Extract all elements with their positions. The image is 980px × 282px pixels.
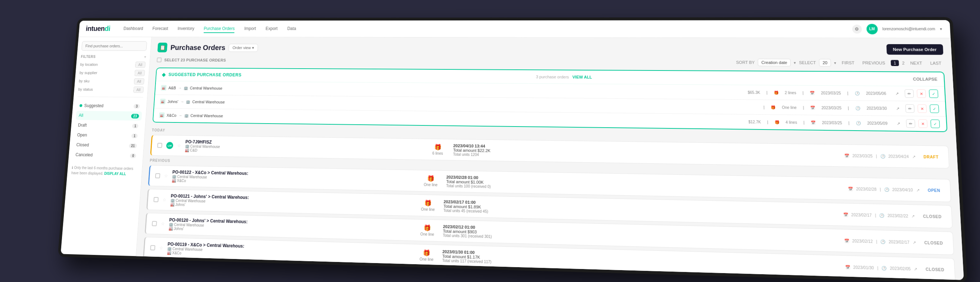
search-input[interactable] <box>81 41 147 51</box>
sidebar-label-canceled: Canceled <box>75 152 93 157</box>
suggested-title-text: SUGGESTED PURCHASE ORDERS <box>169 72 242 77</box>
delete-icon-0[interactable]: ✕ <box>916 89 926 98</box>
filter-by-sku: by sku All <box>79 78 145 85</box>
select-all-checkbox[interactable] <box>157 57 162 62</box>
sidebar-item-all[interactable]: All 23 <box>76 111 142 121</box>
sidebar-badge-draft: 1 <box>132 124 138 128</box>
external-link-icon-0[interactable]: ↗ <box>892 89 902 98</box>
po-checkbox-prev-2[interactable] <box>152 221 157 227</box>
gear-icon[interactable]: ⚙ <box>852 24 862 33</box>
display-all-link[interactable]: DISPLAY ALL <box>104 171 126 176</box>
po-checkbox-prev-0[interactable] <box>155 173 161 179</box>
view-all-link[interactable]: VIEW ALL <box>573 75 592 79</box>
status-badge-prev-3: CLOSED <box>922 266 948 273</box>
filter-status-value[interactable]: All <box>133 86 144 93</box>
po-star-today-0[interactable]: ☆ <box>177 143 181 149</box>
nav-forecast[interactable]: Forecast <box>152 24 169 33</box>
sidebar-item-open[interactable]: Open 1 <box>74 130 141 140</box>
supplier-name-1: Johns' <box>167 100 178 104</box>
sort-value[interactable]: Creation date <box>758 59 791 66</box>
prev-btn[interactable]: PREVIOUS <box>860 60 888 66</box>
row-actions-0: ↗ ✏ ✕ ✓ <box>892 89 939 98</box>
check-icon-0[interactable]: ✓ <box>929 89 938 98</box>
user-dropdown-icon[interactable]: ▾ <box>940 27 942 31</box>
supplier-name-0: A&B <box>168 86 176 90</box>
lines-2: 4 lines <box>786 120 797 125</box>
po-meta-dates-prev-1: 📅 2023/02/17 | 🕐 2023/02/22 ↗ <box>843 212 915 218</box>
po-star-prev-1[interactable]: ☆ <box>162 197 167 202</box>
po-checkbox-today-0[interactable] <box>157 143 162 148</box>
sidebar: FILTERS ▾ by location All by supplier Al… <box>60 37 151 257</box>
check-icon-2[interactable]: ✓ <box>930 119 940 128</box>
nav-items: Dashboard Forecast Inventory Purchase Or… <box>123 24 852 33</box>
filter-location-value[interactable]: All <box>135 62 146 68</box>
filter-supplier-value[interactable]: All <box>134 70 145 76</box>
sidebar-badge-suggested: 3 <box>134 104 140 108</box>
po-lines-prev-2: 🎁 One line <box>416 224 439 237</box>
nav-inventory[interactable]: Inventory <box>177 24 194 33</box>
po-star-prev-3[interactable]: ☆ <box>159 245 163 250</box>
supplier-icon-1: 🏭 <box>160 99 166 104</box>
edit-icon-2[interactable]: ✏ <box>906 119 915 128</box>
edit-icon-0[interactable]: ✏ <box>905 89 914 98</box>
nav-dashboard[interactable]: Dashboard <box>123 24 143 33</box>
lines-1: One line <box>782 105 797 110</box>
destination-0: Central Warehouse <box>190 86 222 90</box>
page-header: 📋 Purchase Orders Order view ▾ New Purch… <box>158 43 943 55</box>
page-num: 1 <box>891 60 899 66</box>
po-checkbox-prev-1[interactable] <box>153 197 159 202</box>
check-icon-1[interactable]: ✓ <box>929 105 939 113</box>
row-actions-1: ↗ ✏ ✕ ✓ <box>893 104 939 113</box>
collapse-button[interactable]: COLLAPSE <box>913 77 937 82</box>
select-count[interactable]: 20 <box>819 59 831 67</box>
nav-right: ⚙ LM lorenzomoschi@intuendi.com ▾ <box>852 24 942 34</box>
delivery-1: 2023/03/30 <box>866 106 887 111</box>
po-dates-prev-2: 2023/02/12 01:00 Total amount $903 Total… <box>443 224 840 247</box>
external-link-icon-2[interactable]: ↗ <box>894 119 903 128</box>
lines-0: 2 lines <box>785 90 796 95</box>
delete-icon-2[interactable]: ✕ <box>918 119 927 128</box>
po-id-area-today-0: PO-7J9HFISZ 🏢 Central Warehouse 🏭 C&D <box>185 139 423 156</box>
nav-export[interactable]: Export <box>266 24 278 33</box>
destination-2: Central Warehouse <box>191 114 223 118</box>
sidebar-item-draft[interactable]: Draft 1 <box>75 120 142 131</box>
sidebar-item-closed[interactable]: Closed 21 <box>73 140 140 150</box>
sidebar-item-suggested[interactable]: Suggested 3 <box>76 101 143 111</box>
view-selector[interactable]: Order view ▾ <box>229 44 258 52</box>
sidebar-badge-open: 1 <box>131 133 138 138</box>
edit-icon-1[interactable]: ✏ <box>905 104 915 113</box>
route-info-1: Johns' → 🏢 Central Warehouse <box>167 100 764 109</box>
sort-area: SORT BY Creation date ▾ SELECT 20 ▾ FIRS… <box>736 59 944 67</box>
sidebar-item-canceled[interactable]: Canceled 0 <box>72 150 139 160</box>
nav-purchase-orders[interactable]: Purchase Orders <box>204 24 235 33</box>
sidebar-badge-closed: 21 <box>129 143 137 148</box>
row-meta-2: $12.7K | 🎁 4 lines | 📅 2023/03/25 | 🕐 20… <box>748 119 888 125</box>
nav-data[interactable]: Data <box>287 24 296 33</box>
po-star-prev-0[interactable]: ☆ <box>164 173 168 179</box>
row-actions-2: ↗ ✏ ✕ ✓ <box>894 119 940 128</box>
status-badge-prev-1: CLOSED <box>920 212 945 220</box>
amount-0: $65.3K <box>748 90 760 94</box>
new-purchase-order-button[interactable]: New Purchase Order <box>886 44 943 55</box>
po-star-prev-2[interactable]: ☆ <box>161 221 165 227</box>
po-dates-prev-0: 2023/02/28 01:00 Total amount $1.00K Tot… <box>446 175 843 196</box>
sidebar-label-all: All <box>79 113 84 117</box>
sidebar-label-suggested: Suggested <box>84 103 103 108</box>
last-btn[interactable]: LAST <box>928 60 944 67</box>
po-dates-prev-3: 2023/01/30 01:00 Total amount $1.17K Tot… <box>442 249 840 274</box>
next-btn[interactable]: NEXT <box>908 60 925 67</box>
filter-toggle-icon[interactable]: ▾ <box>144 55 146 59</box>
logo: intuendi <box>85 25 110 33</box>
select-count-icon[interactable]: ▾ <box>834 61 836 65</box>
filter-sku-value[interactable]: All <box>134 78 145 85</box>
po-meta-dates-prev-0: 📅 2023/02/28 | 🕐 2023/04/10 ↗ <box>848 187 920 192</box>
suggested-section: ◆ SUGGESTED PURCHASE ORDERS 3 purchase o… <box>153 68 948 132</box>
po-checkbox-prev-3[interactable] <box>150 245 155 250</box>
delete-icon-1[interactable]: ✕ <box>917 104 926 113</box>
first-btn[interactable]: FIRST <box>839 60 857 66</box>
external-link-icon-1[interactable]: ↗ <box>893 104 902 113</box>
sort-direction-icon[interactable]: ▾ <box>794 60 796 65</box>
nav-import[interactable]: Import <box>244 24 256 33</box>
po-avatar-today-0: LM <box>166 142 173 149</box>
status-badge-prev-0: OPEN <box>924 187 944 194</box>
